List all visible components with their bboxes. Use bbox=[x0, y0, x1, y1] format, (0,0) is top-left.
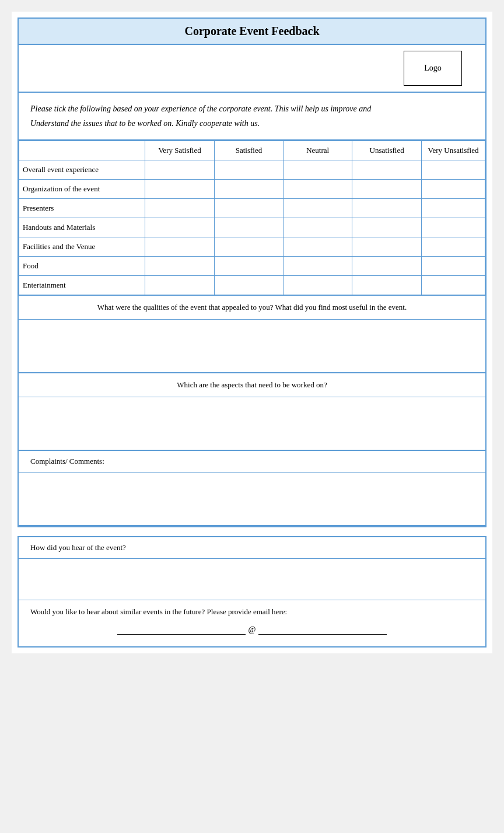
logo-section: Logo bbox=[19, 45, 485, 93]
rating-cell[interactable] bbox=[284, 160, 352, 180]
rating-cell[interactable] bbox=[352, 160, 422, 180]
rating-cell[interactable] bbox=[145, 180, 214, 199]
rating-cell[interactable] bbox=[214, 180, 283, 199]
question2-section: Which are the aspects that need to be wo… bbox=[19, 373, 485, 451]
row-label: Facilities and the Venue bbox=[19, 237, 145, 257]
header-very-unsatisfied: Very Unsatisfied bbox=[421, 141, 485, 160]
rating-table: Very Satisfied Satisfied Neutral Unsatis… bbox=[19, 141, 485, 296]
hear-label: How did you hear of the event? bbox=[19, 537, 485, 559]
email-fields: @ bbox=[30, 625, 474, 635]
rating-cell[interactable] bbox=[214, 276, 283, 296]
rating-cell[interactable] bbox=[145, 276, 214, 296]
rating-cell[interactable] bbox=[145, 218, 214, 237]
row-label: Organization of the event bbox=[19, 180, 145, 199]
question1-answer[interactable] bbox=[19, 320, 485, 372]
instructions-line1: Please tick the following based on your … bbox=[30, 102, 474, 116]
rating-cell[interactable] bbox=[352, 218, 422, 237]
rating-cell[interactable] bbox=[352, 237, 422, 257]
hear-answer[interactable] bbox=[19, 559, 485, 600]
title-bar: Corporate Event Feedback bbox=[19, 19, 485, 45]
rating-cell[interactable] bbox=[421, 257, 485, 276]
header-very-satisfied: Very Satisfied bbox=[145, 141, 214, 160]
complaints-section: Complaints/ Comments: bbox=[19, 451, 485, 526]
header-category bbox=[19, 141, 145, 160]
rating-cell[interactable] bbox=[421, 199, 485, 218]
rating-cell[interactable] bbox=[284, 199, 352, 218]
header-satisfied: Satisfied bbox=[214, 141, 283, 160]
row-label: Entertainment bbox=[19, 276, 145, 296]
table-row: Entertainment bbox=[19, 276, 485, 296]
table-row: Handouts and Materials bbox=[19, 218, 485, 237]
rating-cell[interactable] bbox=[421, 218, 485, 237]
table-row: Food bbox=[19, 257, 485, 276]
rating-cell[interactable] bbox=[214, 160, 283, 180]
rating-cell[interactable] bbox=[352, 257, 422, 276]
rating-cell[interactable] bbox=[421, 237, 485, 257]
row-label: Food bbox=[19, 257, 145, 276]
email-section: Would you like to hear about similar eve… bbox=[19, 600, 485, 646]
rating-cell[interactable] bbox=[145, 199, 214, 218]
rating-cell[interactable] bbox=[352, 276, 422, 296]
email-label: Would you like to hear about similar eve… bbox=[30, 607, 474, 617]
rating-cell[interactable] bbox=[284, 237, 352, 257]
at-symbol: @ bbox=[249, 625, 256, 635]
rating-cell[interactable] bbox=[421, 180, 485, 199]
rating-cell[interactable] bbox=[421, 160, 485, 180]
rating-cell[interactable] bbox=[214, 218, 283, 237]
email-username-line[interactable] bbox=[117, 625, 246, 635]
table-row: Presenters bbox=[19, 199, 485, 218]
rating-cell[interactable] bbox=[284, 180, 352, 199]
header-unsatisfied: Unsatisfied bbox=[352, 141, 422, 160]
instructions-line2: Understand the issues that to be worked … bbox=[30, 116, 474, 131]
rating-cell[interactable] bbox=[284, 257, 352, 276]
rating-cell[interactable] bbox=[145, 257, 214, 276]
question2-answer[interactable] bbox=[19, 397, 485, 450]
bottom-container: How did you hear of the event? Would you… bbox=[18, 536, 487, 648]
main-container: Corporate Event Feedback Logo Please tic… bbox=[18, 18, 487, 527]
hear-section: How did you hear of the event? bbox=[19, 537, 485, 600]
email-domain-line[interactable] bbox=[258, 625, 387, 635]
row-label: Handouts and Materials bbox=[19, 218, 145, 237]
page-title: Corporate Event Feedback bbox=[19, 24, 485, 38]
question1-section: What were the qualities of the event tha… bbox=[19, 296, 485, 373]
rating-cell[interactable] bbox=[352, 180, 422, 199]
instructions-section: Please tick the following based on your … bbox=[19, 93, 485, 141]
rating-cell[interactable] bbox=[352, 199, 422, 218]
complaints-label: Complaints/ Comments: bbox=[19, 451, 485, 473]
rating-cell[interactable] bbox=[214, 237, 283, 257]
complaints-answer[interactable] bbox=[19, 473, 485, 525]
header-neutral: Neutral bbox=[284, 141, 352, 160]
row-label: Overall event experience bbox=[19, 160, 145, 180]
rating-cell[interactable] bbox=[284, 276, 352, 296]
table-row: Facilities and the Venue bbox=[19, 237, 485, 257]
rating-cell[interactable] bbox=[214, 257, 283, 276]
question2-text: Which are the aspects that need to be wo… bbox=[19, 373, 485, 397]
rating-cell[interactable] bbox=[145, 237, 214, 257]
rating-cell[interactable] bbox=[421, 276, 485, 296]
logo-box: Logo bbox=[404, 51, 462, 86]
table-row: Organization of the event bbox=[19, 180, 485, 199]
rating-cell[interactable] bbox=[214, 199, 283, 218]
rating-cell[interactable] bbox=[145, 160, 214, 180]
table-row: Overall event experience bbox=[19, 160, 485, 180]
rating-cell[interactable] bbox=[284, 218, 352, 237]
question1-text: What were the qualities of the event tha… bbox=[19, 296, 485, 320]
row-label: Presenters bbox=[19, 199, 145, 218]
